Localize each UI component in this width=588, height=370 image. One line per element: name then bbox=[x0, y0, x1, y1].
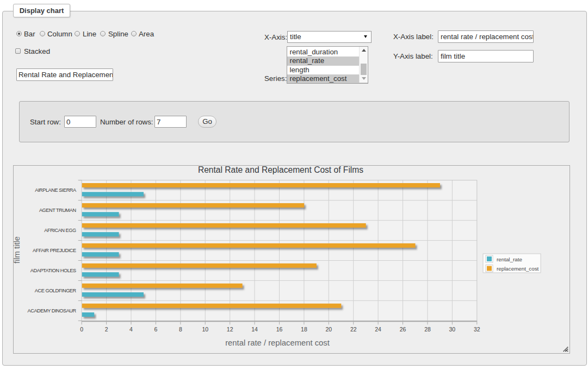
svg-text:2: 2 bbox=[105, 326, 108, 333]
svg-text:ACADEMY DINOSAUR: ACADEMY DINOSAUR bbox=[28, 308, 77, 313]
svg-text:ADAPTATION HOLES: ADAPTATION HOLES bbox=[30, 268, 76, 273]
svg-text:14: 14 bbox=[251, 326, 258, 333]
svg-text:26: 26 bbox=[400, 326, 406, 333]
svg-text:10: 10 bbox=[202, 326, 208, 333]
svg-text:replacement_cost: replacement_cost bbox=[497, 266, 539, 272]
svg-text:AGENT TRUMAN: AGENT TRUMAN bbox=[39, 208, 76, 213]
svg-text:32: 32 bbox=[474, 326, 480, 333]
svg-text:16: 16 bbox=[276, 326, 283, 333]
svg-text:0: 0 bbox=[80, 326, 83, 333]
svg-text:24: 24 bbox=[375, 326, 381, 333]
svg-text:AIRPLANE SIERRA: AIRPLANE SIERRA bbox=[35, 187, 77, 193]
svg-text:film title: film title bbox=[13, 236, 21, 264]
svg-text:12: 12 bbox=[227, 326, 233, 333]
svg-text:30: 30 bbox=[449, 326, 456, 333]
svg-text:Rental Rate and Replacement Co: Rental Rate and Replacement Cost of Film… bbox=[198, 165, 363, 174]
svg-text:AFRICAN EGG: AFRICAN EGG bbox=[44, 228, 76, 233]
svg-text:4: 4 bbox=[129, 326, 133, 333]
svg-text:rental rate / replacement cost: rental rate / replacement cost bbox=[225, 338, 330, 347]
svg-text:rental_rate: rental_rate bbox=[497, 256, 522, 262]
svg-text:ACE GOLDFINGER: ACE GOLDFINGER bbox=[35, 288, 77, 293]
svg-text:20: 20 bbox=[325, 326, 332, 333]
svg-text:18: 18 bbox=[301, 326, 307, 333]
svg-text:28: 28 bbox=[424, 326, 431, 333]
svg-text:22: 22 bbox=[350, 326, 357, 333]
svg-text:8: 8 bbox=[179, 326, 182, 333]
svg-text:AFFAIR PREJUDICE: AFFAIR PREJUDICE bbox=[33, 248, 76, 253]
svg-text:6: 6 bbox=[154, 326, 158, 333]
